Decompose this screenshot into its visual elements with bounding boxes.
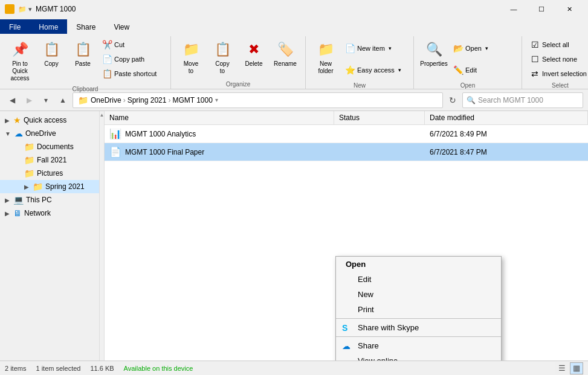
back-button[interactable]: ◀	[5, 93, 19, 107]
tab-home[interactable]: Home	[30, 19, 67, 34]
recent-locations-button[interactable]: ▾	[39, 93, 53, 107]
ctx-view-online[interactable]: View online	[336, 353, 501, 361]
tab-share[interactable]: Share	[67, 19, 105, 34]
chevron-down-icon: ▼	[5, 130, 11, 137]
vertical-scroll-bar[interactable]: ▲	[100, 111, 105, 361]
minimize-button[interactable]: —	[500, 0, 528, 18]
copy-to-button[interactable]: 📋 Copy to	[207, 37, 237, 77]
edit-button[interactable]: ✏️ Edit	[450, 63, 517, 77]
selected-count: 1 item selected	[36, 365, 80, 372]
sidebar-item-documents[interactable]: 📁 Documents	[0, 140, 99, 153]
folder-icon-pictures: 📁	[24, 168, 34, 178]
paste-button[interactable]: 📋 Paste	[68, 37, 98, 74]
move-to-button[interactable]: 📁 Move to	[176, 37, 206, 77]
pin-to-quick-access-button[interactable]: 📌 Pin to Quick access	[5, 37, 35, 85]
copy-path-button[interactable]: 📄 Copy path	[99, 53, 166, 66]
details-view-button[interactable]: ☰	[555, 362, 569, 374]
tab-view[interactable]: View	[105, 19, 138, 34]
file-size: 11.6 KB	[90, 365, 114, 372]
copy-button[interactable]: 📋 Copy	[36, 37, 66, 74]
up-button[interactable]: ▲	[56, 93, 70, 107]
table-row[interactable]: 📊 MGMT 1000 Analytics 6/7/2021 8:49 PM	[105, 125, 588, 143]
forward-button[interactable]: ▶	[22, 93, 36, 107]
sidebar-item-onedrive[interactable]: ▼ ☁ OneDrive	[0, 127, 99, 140]
open-button[interactable]: 📂 Open ▾	[450, 42, 517, 55]
new-buttons: 📁 New folder 📄 New item ▾ ⭐ Easy access …	[311, 37, 409, 81]
paste-shortcut-button[interactable]: 📋 Paste shortcut	[99, 67, 166, 80]
refresh-button[interactable]: ↻	[445, 93, 460, 107]
sidebar-item-this-pc[interactable]: ▶ 💻 This PC	[0, 193, 99, 207]
path-dropdown-icon: ▾	[215, 97, 218, 103]
sidebar-item-fall-2021[interactable]: 📁 Fall 2021	[0, 153, 99, 167]
address-bar: ◀ ▶ ▾ ▲ 📁 OneDrive › Spring 2021 › MGMT …	[0, 89, 588, 111]
new-folder-button[interactable]: 📁 New folder	[311, 37, 341, 77]
sidebar-label-pictures: Pictures	[37, 169, 63, 178]
ctx-open[interactable]: Open	[336, 257, 501, 272]
ctx-share-cloud[interactable]: ☁ Share	[336, 338, 501, 353]
sidebar-item-quick-access[interactable]: ▶ ★ Quick access	[0, 114, 99, 127]
sidebar-item-network[interactable]: ▶ 🖥 Network	[0, 207, 99, 220]
chevron-right-icon-thispc: ▶	[5, 197, 10, 204]
ctx-new[interactable]: New	[336, 287, 501, 302]
sidebar-label-spring-2021: Spring 2021	[45, 182, 85, 191]
properties-button[interactable]: 🔍 Properties	[419, 37, 449, 74]
quick-access-icon: 📁 ▾	[18, 5, 32, 13]
folder-icon-spring-2021: 📁	[33, 182, 43, 191]
ctx-sep-2	[336, 336, 501, 337]
properties-icon: 🔍	[424, 40, 444, 59]
network-icon: 🖥	[13, 208, 22, 218]
clipboard-buttons: 📌 Pin to Quick access 📋 Copy 📋 Paste ✂️ …	[5, 37, 166, 85]
window-icon	[5, 4, 15, 14]
close-button[interactable]: ✕	[555, 0, 583, 18]
rename-icon: 🏷️	[276, 40, 295, 59]
item-count: 2 items	[5, 365, 26, 372]
file-icon-analytics: 📊	[109, 128, 121, 139]
delete-button[interactable]: ✖ Delete	[239, 37, 269, 74]
view-controls: ☰ ▦	[555, 362, 583, 374]
sidebar-item-pictures[interactable]: 📁 Pictures	[0, 167, 99, 180]
easy-access-button[interactable]: ⭐ Easy access ▾	[342, 63, 409, 77]
move-icon: 📁	[181, 40, 201, 59]
col-header-name[interactable]: Name	[105, 111, 334, 124]
rename-button[interactable]: 🏷️ Rename	[270, 37, 300, 74]
select-none-button[interactable]: ☐ Select none	[527, 53, 588, 66]
search-box[interactable]: 🔍 Search MGMT 1000	[462, 92, 583, 108]
ribbon-tabs: File Home Share View	[0, 18, 588, 34]
copy-icon: 📋	[42, 40, 61, 59]
new-item-button[interactable]: 📄 New item ▾	[342, 42, 409, 55]
chevron-right-icon-network: ▶	[5, 210, 10, 217]
path-icon: 📁	[78, 95, 88, 105]
ribbon-group-organize: 📁 Move to 📋 Copy to ✖ Delete 🏷️ Rename O…	[171, 36, 306, 89]
sidebar-item-spring-2021[interactable]: ▶ 📁 Spring 2021	[0, 180, 99, 193]
title-bar: 📁 ▾ MGMT 1000 — ☐ ✕	[0, 0, 588, 18]
ctx-print[interactable]: Print	[336, 302, 501, 317]
open-buttons: 🔍 Properties 📂 Open ▾ ✏️ Edit	[419, 37, 517, 81]
ctx-edit[interactable]: Edit	[336, 272, 501, 287]
file-list: ▲ Name Status Date modified 📊 MGMT 1000 …	[100, 111, 588, 361]
ctx-share-skype[interactable]: S Share with Skype	[336, 320, 501, 335]
new-label: New	[354, 81, 366, 90]
select-all-button[interactable]: ☑ Select all	[527, 38, 588, 51]
maximize-button[interactable]: ☐	[528, 0, 555, 18]
context-menu: Open Edit New Print S Share with Skype ☁…	[335, 256, 502, 361]
availability-status: Available on this device	[124, 365, 193, 372]
edit-icon: ✏️	[453, 65, 463, 75]
list-view-button[interactable]: ▦	[570, 362, 583, 374]
sidebar-label-onedrive: OneDrive	[25, 129, 56, 138]
paste-icon: 📋	[73, 40, 92, 59]
col-header-date[interactable]: Date modified	[425, 111, 588, 124]
address-path[interactable]: 📁 OneDrive › Spring 2021 › MGMT 1000 ▾	[73, 92, 443, 108]
scroll-up-arrow[interactable]: ▲	[100, 112, 104, 118]
cut-button[interactable]: ✂️ Cut	[99, 38, 166, 51]
ribbon-group-new: 📁 New folder 📄 New item ▾ ⭐ Easy access …	[306, 36, 414, 89]
path-sep-1: ›	[168, 96, 170, 104]
tab-file[interactable]: File	[0, 19, 30, 34]
col-header-status[interactable]: Status	[334, 111, 425, 124]
select-small-group: ☑ Select all ☐ Select none ⇄ Invert sele…	[527, 37, 588, 81]
new-folder-icon: 📁	[316, 40, 335, 59]
invert-selection-button[interactable]: ⇄ Invert selection	[527, 67, 588, 80]
table-row[interactable]: 📄 MGMT 1000 Final Paper 6/7/2021 8:47 PM	[105, 143, 588, 161]
search-placeholder: Search MGMT 1000	[478, 96, 543, 104]
clipboard-small-group: ✂️ Cut 📄 Copy path 📋 Paste shortcut	[99, 37, 166, 81]
organize-label: Organize	[226, 80, 251, 89]
